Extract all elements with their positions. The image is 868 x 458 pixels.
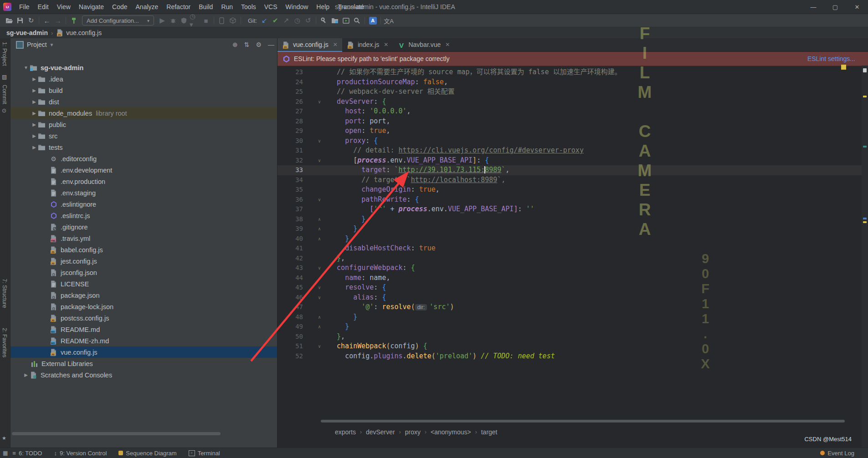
code-line-38[interactable]: 38∧ }	[277, 214, 862, 224]
fold-marker-icon[interactable]: ∨	[316, 136, 323, 146]
statusbar-9--version-control[interactable]: ↕9: Version Control	[54, 450, 107, 457]
menu-item-analyze[interactable]: Analyze	[132, 0, 163, 14]
collapse-all-icon[interactable]: ⇅	[244, 41, 250, 48]
code-line-43[interactable]: 43∨ configureWebpack: {	[277, 263, 862, 273]
locate-icon[interactable]: ⊕	[232, 41, 238, 48]
menu-item-refactor[interactable]: Refactor	[162, 0, 195, 14]
git-commit-icon[interactable]: ✔	[270, 15, 281, 25]
project-horizontal-scrollbar[interactable]	[12, 432, 221, 435]
editor-breadcrumb-1[interactable]: devServer	[366, 428, 395, 436]
editor-breadcrumb-4[interactable]: target	[481, 428, 498, 436]
menu-item-tools[interactable]: Tools	[237, 0, 260, 14]
tree-item-sg-vue-admin[interactable]: ▼sg-vue-admin	[10, 62, 277, 73]
hammer-icon[interactable]	[68, 15, 79, 25]
fold-marker-icon[interactable]: ∨	[316, 195, 323, 205]
git-history-icon[interactable]: ◷	[292, 15, 303, 25]
tab-index-js[interactable]: JSindex.js✕	[342, 38, 393, 51]
tree-item-scratches-and-consoles[interactable]: ▶Scratches and Consoles	[10, 369, 277, 381]
tree-item-.env.staging[interactable]: .env.staging	[10, 187, 277, 198]
fold-marker-icon[interactable]: ∨	[316, 97, 323, 107]
tree-item-readme.md[interactable]: MDREADME.md	[10, 324, 277, 335]
tree-item-node_modules[interactable]: ▶node_moduleslibrary root	[10, 107, 277, 119]
tree-item-dist[interactable]: ▶dist	[10, 96, 277, 107]
fold-marker-icon[interactable]: ∧	[316, 322, 323, 332]
statusbar-6--todo[interactable]: ≡6: TODO	[12, 450, 42, 457]
save-icon[interactable]	[15, 15, 26, 25]
search-icon[interactable]	[351, 15, 362, 25]
fold-marker-icon[interactable]: ∨	[316, 263, 323, 273]
code-editor[interactable]: 23 // 如果你不需要生产环境的 source map，可以将其设置为 fal…	[277, 66, 868, 448]
tool-stripe-favorites[interactable]: 2: Favorites	[1, 328, 8, 357]
code-line-29[interactable]: 29 open: true,	[277, 126, 862, 136]
breadcrumb-file[interactable]: vue.config.js	[66, 29, 102, 36]
statusbar-terminal[interactable]: >Terminal	[189, 450, 220, 457]
tree-item-build[interactable]: ▶build	[10, 85, 277, 96]
code-line-26[interactable]: 26∨ devServer: {	[277, 97, 862, 107]
tree-chevron-icon[interactable]: ▶	[31, 111, 38, 116]
tree-item-.editorconfig[interactable]: ⚙.editorconfig	[10, 153, 277, 164]
fold-marker-icon[interactable]: ∧	[316, 214, 323, 224]
tree-item-.env.development[interactable]: .env.development	[10, 164, 277, 176]
tree-item-.eslintignore[interactable]: .eslintignore	[10, 198, 277, 210]
tree-chevron-icon[interactable]: ▶	[31, 76, 38, 81]
code-line-49[interactable]: 49∧ }	[277, 322, 862, 332]
code-line-40[interactable]: 40∧ },	[277, 234, 862, 244]
git-push-icon[interactable]: ↗	[281, 15, 292, 25]
close-tab-icon[interactable]: ✕	[384, 41, 388, 48]
tree-item-jsconfig.json[interactable]: {}jsconfig.json	[10, 267, 277, 278]
code-line-42[interactable]: 42 },	[277, 254, 862, 264]
tab-vue-config-js[interactable]: JSvue.config.js✕	[277, 38, 342, 52]
code-line-33[interactable]: 33 target: `http://39.101.73.115:8989`,	[277, 165, 862, 175]
tool-stripe-commit[interactable]: Commit	[1, 85, 8, 104]
chevron-down-icon[interactable]: ▼	[50, 42, 54, 47]
code-line-31[interactable]: 31 // detail: https://cli.vuejs.org/conf…	[277, 146, 862, 156]
package-icon[interactable]	[227, 15, 238, 25]
menu-item-edit[interactable]: Edit	[34, 0, 53, 14]
tree-item-package-lock.json[interactable]: {}package-lock.json	[10, 301, 277, 312]
forward-icon[interactable]: →	[52, 15, 63, 25]
editor-breadcrumb-2[interactable]: proxy	[405, 428, 421, 436]
tree-item-tests[interactable]: ▶tests	[10, 142, 277, 153]
tree-chevron-icon[interactable]: ▼	[22, 65, 30, 70]
device-icon[interactable]	[216, 15, 227, 25]
inspection-indicator-icon[interactable]	[841, 65, 846, 70]
code-line-41[interactable]: 41 disableHostCheck: true	[277, 244, 862, 254]
wrench-icon[interactable]	[318, 15, 329, 25]
code-line-39[interactable]: 39∧ }	[277, 224, 862, 234]
tree-item-readme-zh.md[interactable]: MDREADME-zh.md	[10, 335, 277, 346]
code-line-25[interactable]: 25 // webpack-dev-server 相关配置	[277, 87, 862, 97]
project-panel-title[interactable]: Project	[27, 41, 47, 48]
code-line-27[interactable]: 27 host: '0.0.0.0',	[277, 107, 862, 117]
add-configuration-dropdown[interactable]: Add Configuration...▾	[82, 15, 154, 25]
code-line-35[interactable]: 35 changeOrigin: true,	[277, 185, 862, 195]
tree-item-.gitignore[interactable]: .gitignore	[10, 221, 277, 233]
stop-icon[interactable]: ■	[200, 15, 211, 25]
breadcrumb-project[interactable]: sg-vue-admin	[6, 29, 48, 36]
fold-marker-icon[interactable]: ∨	[316, 156, 323, 166]
code-line-44[interactable]: 44 name: name,	[277, 273, 862, 283]
tree-chevron-icon[interactable]: ▶	[31, 99, 38, 104]
tree-chevron-icon[interactable]: ▶	[22, 372, 30, 377]
fold-marker-icon[interactable]: ∧	[316, 312, 323, 322]
profiler-icon[interactable]: ◷ ▾	[190, 15, 200, 25]
menu-item-view[interactable]: View	[53, 0, 75, 14]
tree-item-.eslintrc.js[interactable]: .eslintrc.js	[10, 210, 277, 221]
code-line-32[interactable]: 32∨ [process.env.VUE_APP_BASE_API]: {	[277, 156, 862, 166]
code-line-23[interactable]: 23 // 如果你不需要生产环境的 source map，可以将其设置为 fal…	[277, 67, 862, 77]
editor-horizontal-scrollbar[interactable]	[321, 420, 845, 422]
tree-item-.idea[interactable]: ▶.idea	[10, 73, 277, 85]
menu-item-help[interactable]: Help	[312, 0, 334, 14]
tree-item-.env.production[interactable]: .env.production	[10, 176, 277, 187]
event-log-button[interactable]: Event Log	[820, 450, 854, 457]
code-line-46[interactable]: 46∨ alias: {	[277, 293, 862, 303]
tree-item-license[interactable]: LICENSE	[10, 278, 277, 290]
run-window-icon[interactable]	[340, 15, 351, 25]
project-structure-icon[interactable]	[329, 15, 340, 25]
tool-stripe-project[interactable]: 1: Project	[1, 42, 8, 66]
tree-item-jest.config.js[interactable]: JSjest.config.js	[10, 255, 277, 267]
menu-item-build[interactable]: Build	[195, 0, 217, 14]
fold-marker-icon[interactable]: ∧	[316, 224, 323, 234]
statusbar-sequence-diagram[interactable]: Sequence Diagram	[118, 450, 176, 457]
fold-marker-icon[interactable]: ∨	[316, 283, 323, 293]
code-line-30[interactable]: 30∨ proxy: {	[277, 136, 862, 146]
